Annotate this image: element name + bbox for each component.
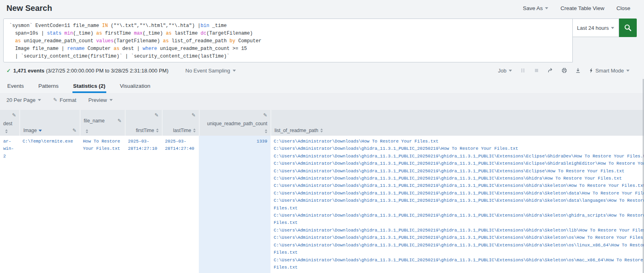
stop-button[interactable] <box>534 68 539 73</box>
sort-up-icon <box>156 128 159 130</box>
pencil-icon[interactable]: ✎ <box>192 112 196 118</box>
time-range-picker[interactable]: Last 24 hours <box>572 19 619 37</box>
chevron-down-icon <box>38 99 41 101</box>
query-token: Computer <box>85 46 114 52</box>
path-value[interactable]: C:\Users\Administrator\Downloads\ghidra_… <box>274 234 644 241</box>
sort-up-icon <box>86 129 88 131</box>
sort-down-icon <box>86 132 88 133</box>
format-button[interactable]: ✎ Format <box>53 97 76 103</box>
cell-value[interactable]: 2025-03-28T14:27:10 <box>128 139 157 151</box>
pause-button[interactable] <box>520 68 526 73</box>
sort-down-icon <box>193 131 196 132</box>
column-name: Image <box>23 128 37 133</box>
event-time-window: (3/27/25 2:00:00.000 PM to 3/28/25 2:31:… <box>46 68 168 74</box>
print-icon <box>561 68 567 73</box>
cell-value[interactable]: ar-win-2 <box>3 139 14 159</box>
sort-icon[interactable] <box>5 129 8 133</box>
cell-value[interactable]: 2025-03-28T14:27:40 <box>165 139 194 151</box>
event-sampling-dropdown[interactable]: No Event Sampling <box>186 68 236 74</box>
path-value[interactable]: C:\Users\Administrator\Downloads\ghidra_… <box>274 153 644 160</box>
top-header: New Search Save AsCreate Table ViewClose <box>0 0 644 16</box>
path-value[interactable]: C:\Users\Administrator\Downloads\ghidra_… <box>274 197 644 212</box>
column-header-lasttime[interactable]: ✎lastTime <box>162 110 199 136</box>
cell-firsttime[interactable]: 2025-03-28T14:27:10 <box>125 136 162 273</box>
save-as-button[interactable]: Save As <box>523 5 549 11</box>
pencil-icon[interactable]: ✎ <box>12 112 16 118</box>
path-value[interactable]: C:\Users\Administrator\Downloads\ghidra_… <box>274 242 644 256</box>
chevron-down-icon <box>611 27 614 29</box>
cell-value[interactable]: C:\Temp\termite.exe <box>23 139 73 144</box>
path-value[interactable]: C:\Users\Administrator\Downloads\ghidra_… <box>274 160 644 167</box>
column-name: lastTime <box>173 128 191 133</box>
close-button[interactable]: Close <box>616 5 630 11</box>
search-mode-dropdown[interactable]: Smart Mode <box>589 68 630 74</box>
share-button[interactable] <box>547 68 553 73</box>
column-header-list-of-readme-path[interactable]: list_of_readme_path <box>270 110 644 136</box>
job-menu[interactable]: Job <box>498 68 512 74</box>
query-token: ("*\.txt","*\.html","*\.hta") | <box>108 23 200 29</box>
table-row: ar-win-2C:\Temp\termite.exeHow To Restor… <box>0 136 644 273</box>
query-token: | `security_content_ctime(firstTime)` | … <box>9 54 229 59</box>
tab-patterns[interactable]: Patterns <box>37 83 59 93</box>
path-value[interactable]: C:\Users\Administrator\Downloads\ghidra_… <box>274 175 644 182</box>
query-token: values <box>96 38 114 44</box>
sort-up-icon <box>5 129 8 131</box>
column-header-file-name[interactable]: file_name✎ <box>80 110 125 136</box>
cell-image[interactable]: C:\Temp\termite.exe <box>19 136 80 273</box>
path-value[interactable]: C:\Users\Administrator\Downloads\How To … <box>274 138 644 145</box>
cell-dest[interactable]: ar-win-2 <box>0 136 19 273</box>
create-table-view-button[interactable]: Create Table View <box>560 5 604 11</box>
sort-icon[interactable] <box>265 129 267 133</box>
tab-events[interactable]: Events <box>6 83 25 93</box>
cell-list-of-readme-path[interactable]: C:\Users\Administrator\Downloads\How To … <box>270 136 644 273</box>
pencil-icon[interactable]: ✎ <box>155 112 159 118</box>
action-label: Save As <box>523 5 543 11</box>
cell-value[interactable]: 1339 <box>257 139 267 144</box>
pencil-icon[interactable]: ✎ <box>72 128 76 133</box>
query-token: where <box>142 46 157 52</box>
page-title: New Search <box>6 4 52 13</box>
result-tabs: EventsPatternsStatistics (2)Visualizatio… <box>0 79 644 93</box>
preview-dropdown[interactable]: Preview <box>89 97 113 103</box>
pencil-icon[interactable]: ✎ <box>263 112 267 118</box>
query-token: min <box>64 31 73 36</box>
query-token <box>9 38 15 44</box>
path-value[interactable]: C:\Users\Administrator\Downloads\ghidra_… <box>274 190 644 197</box>
sort-down-icon <box>320 131 323 132</box>
job-controls: Job <box>498 68 630 74</box>
scrollbar[interactable] <box>643 79 644 273</box>
tab-visualization[interactable]: Visualization <box>119 83 151 93</box>
chevron-down-icon <box>109 99 113 101</box>
sort-icon[interactable] <box>86 129 88 133</box>
preview-label: Preview <box>89 97 107 103</box>
path-value[interactable]: C:\Users\Administrator\Downloads\ghidra_… <box>274 182 644 189</box>
action-label: Close <box>616 5 630 11</box>
sort-icon[interactable] <box>193 128 196 132</box>
print-button[interactable] <box>561 68 567 73</box>
path-value[interactable]: C:\Users\Administrator\Downloads\ghidra_… <box>274 227 644 234</box>
search-query-input[interactable]: `sysmon` EventCode=11 file_name IN ("*\.… <box>3 19 573 62</box>
sort-icon[interactable] <box>320 128 323 132</box>
path-value[interactable]: C:\Users\Administrator\Downloads\ghidra_… <box>274 212 644 227</box>
query-token: firstTime <box>102 31 134 36</box>
cell-value[interactable]: How To Restore Your Files.txt <box>83 139 120 151</box>
tab-statistics-2[interactable]: Statistics (2) <box>72 83 106 93</box>
cell-lasttime[interactable]: 2025-03-28T14:27:40 <box>162 136 199 273</box>
per-page-dropdown[interactable]: 20 Per Page <box>6 97 41 103</box>
column-header-image[interactable]: Image✎ <box>19 110 80 136</box>
path-value[interactable]: C:\Users\Administrator\Downloads\ghidra_… <box>274 145 644 152</box>
column-header-unique-readme-path-count[interactable]: ✎unique_readme_path_count <box>199 110 270 136</box>
export-button[interactable] <box>575 68 581 73</box>
time-range-label: Last 24 hours <box>577 25 609 31</box>
path-value[interactable]: C:\Users\Administrator\Downloads\ghidra_… <box>274 168 644 175</box>
cell-file-name[interactable]: How To Restore Your Files.txt <box>80 136 125 273</box>
search-button[interactable] <box>619 19 637 37</box>
sort-icon[interactable] <box>156 128 159 132</box>
cell-unique-readme-path-count[interactable]: 1339 <box>199 136 270 273</box>
query-token: IN <box>102 23 107 29</box>
chevron-down-icon <box>545 7 548 9</box>
path-value[interactable]: C:\Users\Administrator\Downloads\ghidra_… <box>274 256 644 271</box>
column-header-dest[interactable]: ✎dest <box>0 110 19 136</box>
pencil-icon[interactable]: ✎ <box>118 118 122 124</box>
column-header-firsttime[interactable]: ✎firstTime <box>125 110 162 136</box>
